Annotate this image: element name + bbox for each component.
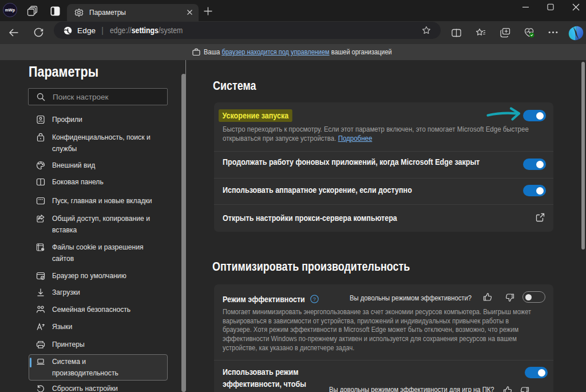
svg-text:?: ? bbox=[313, 296, 316, 302]
